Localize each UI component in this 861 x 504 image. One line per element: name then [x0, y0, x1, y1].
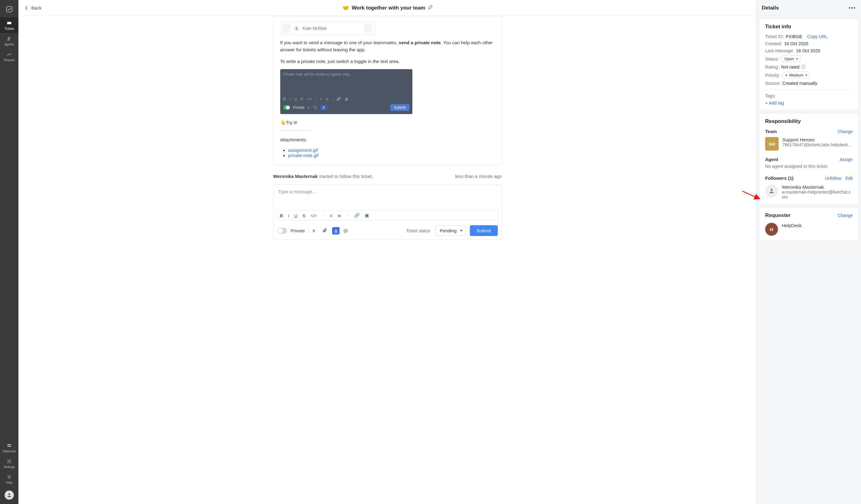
nav-help[interactable]: ? Help [0, 471, 18, 487]
followers-label: Followers (1) [765, 176, 794, 181]
source-label: Source: [765, 81, 780, 86]
nav-subscribe-label: Subscribe [2, 450, 16, 453]
italic-icon[interactable]: I [288, 213, 289, 218]
image-icon[interactable]: ▣ [365, 213, 369, 218]
formatting-toolbar: B I U S </> ≡ ≣ 🔗 ▣ [276, 210, 498, 220]
ticket-info-card: Ticket info Ticket ID: PXIBGE Copy URL C… [759, 18, 859, 111]
screenshot-submit: Submit [390, 104, 409, 111]
hash-icon[interactable]: # [313, 228, 319, 233]
no-agent-text: No agent assigned to this ticket. [765, 164, 853, 169]
bold-icon[interactable]: B [280, 213, 283, 218]
user-avatar[interactable] [4, 490, 14, 500]
priority-chip[interactable]: Medium [782, 72, 810, 79]
created-label: Created: [765, 41, 782, 46]
ticket-content: Kate McBlair If you want to send a messa… [18, 16, 756, 504]
back-label: Back [31, 5, 41, 11]
left-nav-rail: Tickets Agents Reports Subscribe Setting… [0, 0, 18, 504]
created-value: 16 Oct 2020 [784, 41, 808, 46]
nav-agents[interactable]: Agents [0, 33, 18, 49]
status-label: Ticket status [406, 228, 430, 233]
screenshot-toggle-icon [283, 105, 290, 110]
back-button[interactable]: Back [23, 5, 41, 11]
svg-rect-1 [7, 22, 11, 24]
svg-text:?: ? [8, 475, 10, 478]
attachment-link[interactable]: assignment.gif [288, 148, 318, 153]
details-panel: Details ••• Ticket info Ticket ID: PXIBG… [756, 0, 861, 504]
nav-tickets[interactable]: Tickets [0, 17, 18, 33]
svg-point-3 [10, 38, 11, 39]
edit-title-icon[interactable] [428, 4, 433, 11]
attach-icon[interactable] [322, 228, 328, 234]
activity-row: Weronika Masternak started to follow thi… [273, 174, 502, 179]
attachments-label: Attachments: [280, 136, 495, 143]
ticket-id-label: Ticket ID: [765, 34, 784, 39]
svg-point-10 [296, 27, 297, 28]
ol-icon[interactable]: ≡ [330, 213, 332, 218]
nav-subscribe[interactable]: Subscribe [0, 440, 18, 455]
screenshot-private-label: Private [293, 105, 304, 110]
status-label: Status: [765, 56, 779, 62]
svg-rect-5 [8, 446, 11, 447]
composer-input[interactable]: Type a message… [273, 185, 502, 210]
topbar: Back 🤝 Work together with your team [18, 0, 756, 16]
status-chip[interactable]: Open [781, 55, 801, 63]
svg-point-9 [8, 493, 10, 495]
add-tag-button[interactable]: + Add tag [765, 100, 853, 105]
priority-label: Priority: [765, 73, 780, 78]
page-title: Work together with your team [352, 5, 425, 11]
submit-button[interactable]: Submit [470, 225, 498, 236]
text-format-icon[interactable]: A [332, 227, 340, 234]
strike-icon[interactable]: S [302, 213, 305, 218]
ul-icon[interactable]: ≣ [337, 213, 341, 218]
team-change-link[interactable]: Change [838, 129, 853, 134]
activity-text: started to follow this ticket. [318, 174, 373, 179]
activity-actor: Weronika Masternak [273, 174, 318, 179]
status-select[interactable]: Pending [435, 226, 466, 236]
attachment-link[interactable]: private-note.gif [288, 153, 319, 158]
requester-row: H HelpDesk [765, 223, 853, 236]
requester-avatar: H [765, 223, 778, 236]
composer: Type a message… B I U S </> ≡ ≣ 🔗 ▣ [273, 185, 502, 240]
link-icon[interactable]: 🔗 [354, 213, 360, 218]
edit-followers-link[interactable]: Edit [845, 176, 853, 181]
requester-change-link[interactable]: Change [838, 213, 853, 218]
last-msg-value: 16 Oct 2020 [796, 48, 820, 53]
nav-help-label: Help [6, 481, 13, 484]
private-label: Private [291, 228, 305, 233]
team-name: Support Heroes [782, 137, 852, 142]
follower-name: Weronika Masternak [782, 185, 853, 190]
tryit: 👆Try it! [280, 119, 495, 126]
team-badge: SH [765, 137, 779, 151]
activity-time: less than a minute ago [455, 174, 502, 179]
svg-point-6 [9, 461, 10, 462]
mention-icon[interactable]: @ [343, 228, 350, 233]
requester-name: HelpDesk [782, 223, 802, 236]
team-label: Team [765, 129, 777, 134]
unfollow-link[interactable]: Unfollow [825, 176, 842, 181]
follower-row: Weronika Masternak w.masternak+helpcente… [765, 185, 853, 200]
agent-assign-link[interactable]: Assign [840, 157, 853, 162]
msg-p1-strong: send a private note [399, 40, 441, 45]
msg-p1-pre: If you want to send a message to one of … [280, 40, 399, 45]
info-icon[interactable]: i [802, 65, 806, 69]
follower-avatar [765, 185, 778, 197]
svg-rect-4 [8, 445, 11, 445]
screenshot-private-note: Private note will be visible to agents o… [280, 69, 412, 114]
message-card: Kate McBlair If you want to send a messa… [273, 16, 502, 165]
details-more-icon[interactable]: ••• [849, 5, 856, 11]
nav-settings-label: Settings [4, 465, 15, 469]
underline-icon[interactable]: U [295, 213, 298, 218]
ticket-id-value: PXIBGE [786, 34, 802, 39]
code-icon[interactable]: </> [310, 213, 317, 218]
responsibility-card: Responsibility Team Change SH Support He… [759, 113, 859, 205]
rating-value: Not rated [781, 65, 800, 69]
private-toggle[interactable] [277, 228, 287, 234]
requester-card: Requester Change H HelpDesk [759, 207, 859, 241]
copy-url-link[interactable]: Copy URL [807, 34, 828, 39]
nav-reports[interactable]: Reports [0, 49, 18, 64]
follower-email: w.masternak+helpcenter@livechat.com [782, 190, 853, 200]
nav-settings[interactable]: Settings [0, 455, 18, 471]
nav-reports-label: Reports [4, 58, 14, 62]
tags-label: Tags: [765, 93, 776, 98]
title-emoji: 🤝 [342, 4, 349, 11]
